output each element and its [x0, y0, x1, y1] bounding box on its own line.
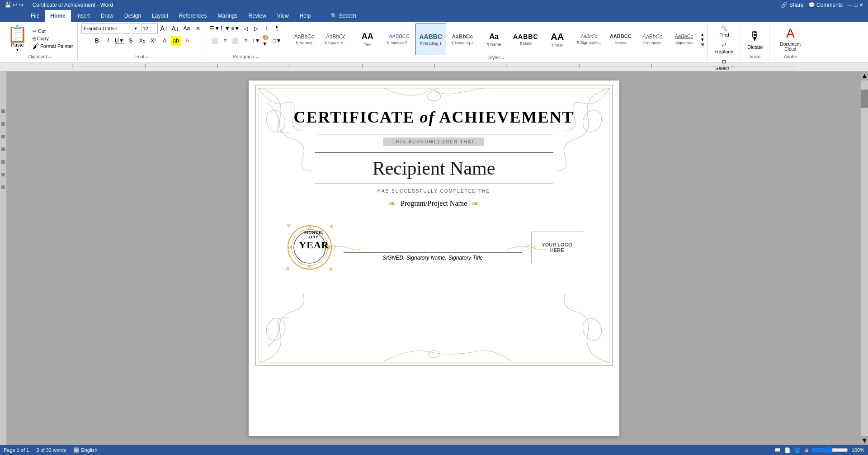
borders-button[interactable]: □▼ [272, 36, 282, 46]
font-grow-button[interactable]: A↑ [159, 24, 169, 33]
superscript-button[interactable]: X² [148, 36, 158, 46]
format-painter-button[interactable]: 🖌 Format Painter [31, 42, 75, 50]
copy-button[interactable]: ⎘ Copy [31, 35, 75, 42]
align-right-button[interactable]: ⬜ [231, 36, 241, 46]
style-name[interactable]: Aa ¶ Name [479, 24, 509, 55]
tab-home[interactable]: Home [45, 10, 71, 22]
justify-button[interactable]: ≡ [241, 36, 251, 46]
underline-button[interactable]: U▼ [114, 36, 124, 46]
find-button[interactable]: 🔍 Find [716, 24, 732, 39]
share-btn[interactable]: 🔗 Share [781, 2, 803, 8]
styles-expand[interactable]: ⊞ [700, 42, 705, 47]
style-year[interactable]: AA ¶ Year [542, 24, 573, 55]
show-para-button[interactable]: ¶ [272, 24, 282, 33]
change-case-button[interactable]: Aa [182, 24, 192, 33]
scroll-down-button[interactable]: ▼ [861, 436, 868, 445]
scroll-up-button[interactable]: ▲ [861, 71, 868, 81]
web-layout-btn[interactable]: 🌐 [794, 447, 801, 453]
certificate-content[interactable]: CERTIFICATE of ACHIEVEMENT THIS ACKNOWLE… [249, 81, 619, 290]
align-left-button[interactable]: ⬜ [210, 36, 220, 46]
styles-expand-icon[interactable]: ⌄ [501, 55, 505, 60]
subscript-button[interactable]: X₂ [137, 36, 147, 46]
align-center-button[interactable]: ≡ [220, 36, 230, 46]
multilevel-button[interactable]: ≡▼ [231, 24, 241, 33]
tab-draw[interactable]: Draw [95, 10, 119, 22]
text-effects-button[interactable]: A [160, 36, 170, 46]
strikethrough-button[interactable]: S [126, 36, 136, 46]
completed-text[interactable]: HAS SUCCESSFULLY COMPLETED THE [285, 189, 583, 194]
increase-indent-button[interactable]: ▷ [251, 24, 261, 33]
word-count[interactable]: 3 of 33 words [36, 447, 66, 453]
style-normal[interactable]: AaBbCc ¶ Normal [289, 24, 320, 55]
tab-help[interactable]: Help [294, 10, 316, 22]
scroll-thumb[interactable] [861, 90, 868, 108]
tab-design[interactable]: Design [119, 10, 146, 22]
tab-review[interactable]: Review [243, 10, 272, 22]
style-signature-line[interactable]: AaBbCc ¶ Signature... [574, 24, 604, 55]
document[interactable]: CERTIFICATE of ACHIEVEMENT THIS ACKNOWLE… [249, 81, 619, 436]
clear-format-button[interactable]: ✕ [193, 24, 203, 33]
print-layout-btn[interactable]: 📄 [784, 447, 791, 453]
style-signature[interactable]: AaBbCc Signature [669, 24, 699, 55]
tab-layout[interactable]: Layout [146, 10, 174, 22]
italic-button[interactable]: I [103, 36, 113, 46]
cut-button[interactable]: ✂ Cut [31, 28, 75, 35]
tab-file[interactable]: File [25, 10, 45, 22]
tab-references[interactable]: References [174, 10, 212, 22]
style-date[interactable]: AABBC ¶ Date [510, 24, 541, 55]
font-shrink-button[interactable]: A↓ [170, 24, 180, 33]
right-scrollbar[interactable]: ▲ ▼ [861, 71, 868, 445]
style-heading2[interactable]: AaBbCc ¶ Heading 2 [447, 24, 478, 55]
font-expand-icon[interactable]: ⌄ [145, 54, 149, 59]
zoom-level[interactable]: 100% [852, 447, 864, 453]
tab-mailings[interactable]: Mailings [212, 10, 243, 22]
program-name[interactable]: Program/Project Name [401, 199, 467, 208]
doc-area[interactable]: CERTIFICATE of ACHIEVEMENT THIS ACKNOWLE… [6, 71, 861, 445]
style-title[interactable]: AA Title [352, 24, 383, 55]
paste-button[interactable]: 📋 Paste ▼ [5, 25, 30, 53]
logo-box[interactable]: YOUR LOGO HERE [531, 232, 583, 263]
decrease-indent-button[interactable]: ◁ [241, 24, 251, 33]
dictate-button[interactable]: 🎙 Dictate [744, 27, 766, 52]
zoom-slider[interactable] [812, 446, 848, 454]
replace-button[interactable]: ⇄ Replace [712, 40, 737, 56]
style-space-before[interactable]: AaBbCc ¶ Space B... [321, 24, 351, 55]
clipboard-expand-icon[interactable]: ⌄ [48, 54, 52, 59]
style-emphasis-label: Emphasis [643, 41, 661, 45]
tab-view[interactable]: View [272, 10, 294, 22]
bold-button[interactable]: B [92, 36, 102, 46]
signatory-name[interactable]: Signatory Name [406, 255, 445, 261]
dictate-label: Dictate [747, 44, 763, 50]
comments-btn[interactable]: 💬 Comments [808, 2, 843, 8]
read-mode-btn[interactable]: 📖 [774, 447, 781, 453]
text-highlight-button[interactable]: ab [171, 36, 181, 46]
style-emphasis[interactable]: AaBbCc Emphasis [637, 24, 668, 55]
style-strong[interactable]: AABBCC Strong [605, 24, 636, 55]
signatory-title[interactable]: Signatory Title [448, 255, 483, 261]
line-spacing-button[interactable]: ↕▼ [251, 36, 261, 46]
signature-area[interactable]: SIGNED, Signatory Name, Signatory Title [344, 234, 522, 261]
shading-button[interactable]: 🎨▼ [262, 36, 272, 46]
certificate-title[interactable]: CERTIFICATE of ACHIEVEMENT [285, 108, 583, 127]
bullets-button[interactable]: ☰▼ [210, 24, 220, 33]
font-color-button[interactable]: A [182, 36, 192, 46]
numbering-button[interactable]: 1.▼ [220, 24, 230, 33]
sort-button[interactable]: ↕ [262, 24, 272, 33]
search-tab[interactable]: 🔍 Search [325, 10, 361, 22]
tab-insert[interactable]: Insert [71, 10, 95, 22]
acknowledges-text[interactable]: THIS ACKNOWLEDGES THAT [383, 137, 484, 146]
style-heading1[interactable]: AABBC ¶ Heading 1 [415, 24, 446, 55]
paragraph-expand-icon[interactable]: ⌄ [255, 54, 259, 59]
font-family-select[interactable]: Franklin Gothic ▼ [81, 24, 140, 33]
font-group: Franklin Gothic ▼ 12 A↑ A↓ Aa ✕ B I U▼ S… [79, 23, 206, 61]
styles-scroll-up[interactable]: ▲ [700, 32, 705, 37]
focus-mode-btn[interactable]: ⊞ [804, 447, 808, 453]
window-controls[interactable]: — □ ✕ [847, 2, 863, 8]
page-info[interactable]: Page 1 of 1 [4, 447, 29, 453]
recipient-name[interactable]: Recipient Name [285, 157, 583, 179]
adobe-doc-cloud-button[interactable]: A Document Cloud [773, 24, 807, 53]
title-bar-right: 🔗 Share 💬 Comments — □ ✕ [781, 2, 863, 8]
styles-scroll-down[interactable]: ▼ [700, 37, 705, 42]
style-intense-e[interactable]: AABBCC ¶ Intense E... [384, 24, 415, 55]
font-size-select[interactable]: 12 [142, 24, 158, 33]
